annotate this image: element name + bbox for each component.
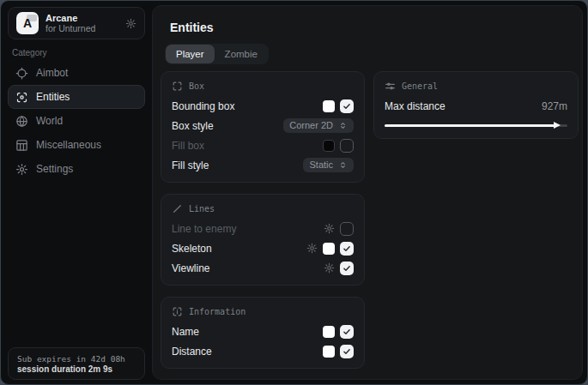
globe-icon xyxy=(15,115,28,128)
info-icon xyxy=(172,306,183,317)
line-to-enemy-label: Line to enemy xyxy=(172,223,236,235)
chevrons-up-down-icon xyxy=(338,160,348,170)
grid-icon xyxy=(15,139,28,152)
fill-style-dropdown[interactable]: Static xyxy=(303,158,354,172)
tab-player[interactable]: Player xyxy=(166,45,215,63)
max-distance-value: 927m xyxy=(542,100,567,112)
viewline-checkbox[interactable] xyxy=(340,262,354,275)
page-title: Entities xyxy=(170,21,214,34)
skeleton-label: Skeleton xyxy=(172,243,212,255)
sub-expiry-text: Sub expires in 42d 08h xyxy=(17,354,136,364)
gear-icon[interactable] xyxy=(125,18,136,29)
line-settings-gear-icon[interactable] xyxy=(324,223,335,234)
skeleton-settings-gear-icon[interactable] xyxy=(306,243,318,254)
app-logo: A xyxy=(16,12,39,34)
skeleton-color-swatch[interactable] xyxy=(323,243,335,255)
chevrons-up-down-icon xyxy=(338,121,348,130)
sidebar-item-label: Entities xyxy=(36,91,70,103)
general-section: General Max distance 927m xyxy=(373,71,579,139)
category-label: Category xyxy=(12,48,47,57)
sidebar-item-world[interactable]: World xyxy=(8,109,145,133)
section-header-label: General xyxy=(402,81,438,91)
fill-box-label: Fill box xyxy=(172,140,204,152)
left-column: Box Bounding box Box style Corner 2D xyxy=(161,71,365,380)
sidebar-item-label: Miscellaneous xyxy=(36,139,101,151)
tab-zombie[interactable]: Zombie xyxy=(215,45,268,63)
box-style-value: Corner 2D xyxy=(289,121,333,130)
max-distance-row: Max distance 927m xyxy=(385,96,567,116)
box-style-label: Box style xyxy=(172,120,214,132)
scan-icon xyxy=(15,91,28,104)
section-header-label: Box xyxy=(189,81,204,91)
box-section: Box Bounding box Box style Corner 2D xyxy=(161,71,365,183)
line-to-enemy-checkbox[interactable] xyxy=(340,222,354,236)
name-checkbox[interactable] xyxy=(340,325,354,339)
subscription-card: Sub expires in 42d 08h session duration … xyxy=(8,347,145,380)
viewline-settings-gear-icon[interactable] xyxy=(324,262,335,274)
sidebar-item-label: Settings xyxy=(36,163,73,175)
fill-style-row: Fill style Static xyxy=(172,155,354,175)
logo-card: A Arcane for Unturned xyxy=(8,7,145,39)
arcane-window: A Arcane for Unturned Category Aimbot xyxy=(0,0,588,385)
bounding-box-row: Bounding box xyxy=(172,96,354,116)
name-label: Name xyxy=(172,326,199,338)
name-row: Name xyxy=(172,322,354,341)
fill-box-color-swatch[interactable] xyxy=(323,140,335,152)
crosshair-icon xyxy=(15,67,28,80)
box-style-row: Box style Corner 2D xyxy=(172,116,354,135)
bounding-box-checkbox[interactable] xyxy=(340,99,354,113)
sidebar: A Arcane for Unturned Category Aimbot xyxy=(1,1,152,384)
bounding-box-color-swatch[interactable] xyxy=(323,100,335,112)
fill-style-value: Static xyxy=(309,160,333,170)
viewline-row: Viewline xyxy=(172,258,354,278)
skeleton-checkbox[interactable] xyxy=(340,242,354,256)
line-icon xyxy=(172,203,183,214)
entity-tabs: Player Zombie xyxy=(165,44,269,64)
session-duration-text: session duration 2m 9s xyxy=(17,364,136,374)
fill-style-label: Fill style xyxy=(172,159,209,171)
distance-row: Distance xyxy=(172,341,354,361)
name-color-swatch[interactable] xyxy=(323,326,335,338)
right-column: General Max distance 927m xyxy=(373,71,579,150)
sidebar-item-aimbot[interactable]: Aimbot xyxy=(8,61,145,85)
max-distance-label: Max distance xyxy=(385,100,446,112)
sidebar-item-label: Aimbot xyxy=(36,67,68,79)
distance-label: Distance xyxy=(172,346,212,358)
box-corners-icon xyxy=(172,81,183,92)
app-logo-letter: A xyxy=(23,16,32,30)
sliders-icon xyxy=(385,81,396,92)
section-header-label: Lines xyxy=(189,204,215,214)
viewline-label: Viewline xyxy=(172,262,209,274)
gear-icon xyxy=(15,163,28,176)
line-to-enemy-row: Line to enemy xyxy=(172,219,354,238)
lines-section: Lines Line to enemy Skeleton xyxy=(161,194,365,286)
section-header-label: Information xyxy=(189,307,246,316)
sidebar-nav: Aimbot Entities World Miscellaneous xyxy=(8,61,145,181)
app-title: Arcane xyxy=(45,13,118,24)
box-style-dropdown[interactable]: Corner 2D xyxy=(283,118,354,133)
app-subtitle: for Unturned xyxy=(45,23,118,33)
slider-thumb[interactable] xyxy=(554,122,561,129)
skeleton-row: Skeleton xyxy=(172,238,354,258)
fill-box-checkbox[interactable] xyxy=(340,139,354,153)
distance-checkbox[interactable] xyxy=(340,345,354,358)
information-section: Information Name Distance xyxy=(161,297,365,369)
max-distance-slider[interactable] xyxy=(385,124,567,127)
sidebar-item-entities[interactable]: Entities xyxy=(8,85,145,109)
fill-box-row: Fill box xyxy=(172,135,354,155)
distance-color-swatch[interactable] xyxy=(323,346,335,358)
sidebar-item-settings[interactable]: Settings xyxy=(8,157,145,181)
sidebar-item-miscellaneous[interactable]: Miscellaneous xyxy=(8,133,145,157)
main-panel: Entities Player Zombie Box Bounding box xyxy=(152,5,583,380)
sidebar-item-label: World xyxy=(36,115,63,127)
bounding-box-label: Bounding box xyxy=(172,100,234,112)
